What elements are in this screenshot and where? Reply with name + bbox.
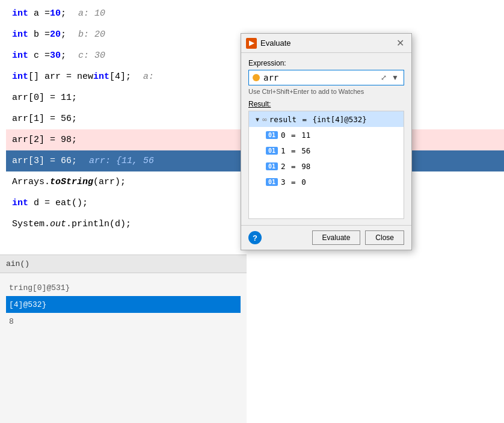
keyword-int-4: int bbox=[12, 66, 28, 87]
dialog-title-text: Evaluate bbox=[260, 39, 291, 48]
child-name-2: 2 bbox=[281, 162, 286, 171]
code-arr-decl: [] arr = new bbox=[28, 66, 93, 87]
child-eq-1: = bbox=[287, 146, 301, 155]
evaluate-button[interactable]: Evaluate bbox=[312, 230, 361, 245]
num-20: 20 bbox=[50, 24, 61, 45]
child-name-0: 0 bbox=[281, 131, 286, 140]
keyword-int-3: int bbox=[12, 45, 28, 66]
result-root-name: result bbox=[269, 115, 297, 124]
code-9-post: (arr); bbox=[93, 171, 126, 193]
child-name-1: 1 bbox=[281, 146, 286, 155]
hint-text: Use Ctrl+Shift+Enter to add to Watches bbox=[248, 88, 404, 95]
dialog-footer: ? Evaluate Close bbox=[241, 225, 411, 250]
keyword-int-10: int bbox=[12, 193, 28, 214]
lower-item-2: [4]@532} bbox=[6, 296, 241, 313]
comment-1: a: 10 bbox=[78, 3, 105, 24]
code-5: arr[0] = 11; bbox=[12, 87, 77, 108]
comment-3: c: 30 bbox=[78, 45, 105, 66]
code-arr-size: [4]; bbox=[109, 66, 131, 87]
lower-panel-content: tring[0]@531} [4]@532} 8 bbox=[0, 273, 247, 336]
code-6: arr[1] = 56; bbox=[12, 108, 77, 129]
keyword-int-4b: int bbox=[93, 66, 109, 87]
child-eq-3: = bbox=[287, 178, 301, 187]
item-badge-0: 01 bbox=[266, 131, 278, 139]
orange-dot-indicator bbox=[253, 74, 260, 81]
lower-item-3: 8 bbox=[6, 313, 241, 330]
bottom-bar: ain() bbox=[0, 255, 247, 273]
tree-child-row-2[interactable]: 01 2 = 98 bbox=[249, 158, 404, 174]
code-rest-2: b = bbox=[28, 24, 50, 45]
child-val-2: 98 bbox=[301, 162, 310, 171]
expression-input-row: ⤢ ▼ bbox=[248, 70, 404, 85]
dropdown-icon-btn[interactable]: ▼ bbox=[390, 72, 400, 83]
dialog-title-left: ▶ Evaluate bbox=[246, 38, 291, 49]
help-button[interactable]: ? bbox=[248, 231, 262, 244]
child-val-0: 11 bbox=[301, 131, 310, 140]
expr-icons: ⤢ ▼ bbox=[380, 72, 404, 83]
code-8: arr[3] = 66; bbox=[12, 150, 77, 171]
comment-2: b: 20 bbox=[78, 24, 105, 45]
code-7: arr[2] = 98; bbox=[12, 129, 77, 150]
result-tree: ▼ ∞ result = {int[4]@532} 01 0 = 11 01 1… bbox=[248, 111, 404, 219]
result-root-eq: = bbox=[298, 115, 312, 124]
dialog-body: Expression: ⤢ ▼ Use Ctrl+Shift+Enter to … bbox=[241, 53, 411, 225]
dialog-titlebar: ▶ Evaluate ✕ bbox=[241, 34, 411, 53]
comment-8: arr: {11, 56 bbox=[89, 150, 154, 171]
expression-label: Expression: bbox=[248, 59, 404, 67]
infinity-icon: ∞ bbox=[262, 115, 267, 124]
keyword-int-1: int bbox=[12, 3, 28, 24]
expression-input[interactable] bbox=[260, 70, 380, 85]
code-rest-1: a = bbox=[28, 3, 50, 24]
result-root-val: {int[4]@532} bbox=[313, 115, 367, 124]
child-eq-2: = bbox=[287, 162, 301, 171]
bottom-bar-text: ain() bbox=[6, 253, 29, 274]
num-10: 10 bbox=[50, 3, 61, 24]
lower-panel: tring[0]@531} [4]@532} 8 bbox=[0, 273, 247, 423]
code-9-pre: Arrays. bbox=[12, 171, 50, 193]
item-badge-3: 01 bbox=[266, 178, 278, 186]
tree-child-row-3[interactable]: 01 3 = 0 bbox=[249, 174, 404, 190]
child-eq-0: = bbox=[287, 131, 301, 140]
semi-3: ; bbox=[61, 45, 66, 66]
child-val-1: 56 bbox=[301, 146, 310, 155]
code-11-pre: System. bbox=[12, 214, 50, 235]
lower-item-3-text: 8 bbox=[9, 311, 14, 332]
item-badge-1: 01 bbox=[266, 147, 278, 155]
semi-1: ; bbox=[61, 3, 66, 24]
num-30: 30 bbox=[50, 45, 61, 66]
tree-child-row-1[interactable]: 01 1 = 56 bbox=[249, 143, 404, 158]
code-11-italic: out bbox=[50, 214, 66, 235]
code-9-italic: toString bbox=[50, 171, 93, 193]
child-name-3: 3 bbox=[281, 178, 286, 187]
dialog-close-button[interactable]: ✕ bbox=[394, 39, 407, 48]
keyword-int-2: int bbox=[12, 24, 28, 45]
result-label: Result: bbox=[248, 100, 404, 108]
expand-icon-btn[interactable]: ⤢ bbox=[380, 72, 388, 83]
child-val-3: 0 bbox=[301, 178, 306, 187]
evaluate-dialog: ▶ Evaluate ✕ Expression: ⤢ ▼ Use Ctrl+Sh… bbox=[241, 33, 412, 250]
close-button[interactable]: Close bbox=[365, 230, 404, 245]
code-10: d = eat(); bbox=[28, 193, 88, 214]
item-badge-2: 01 bbox=[266, 162, 278, 170]
tree-child-row-0[interactable]: 01 0 = 11 bbox=[249, 127, 404, 143]
tree-root-row[interactable]: ▼ ∞ result = {int[4]@532} bbox=[249, 111, 404, 127]
semi-2: ; bbox=[61, 24, 66, 45]
dialog-icon-symbol: ▶ bbox=[249, 39, 254, 47]
comment-4: a: bbox=[143, 66, 154, 87]
tree-expand-icon[interactable]: ▼ bbox=[253, 114, 262, 124]
footer-buttons: Evaluate Close bbox=[312, 230, 404, 245]
dialog-icon: ▶ bbox=[246, 38, 257, 49]
lower-item-2-text: [4]@532} bbox=[9, 294, 46, 315]
code-rest-3: c = bbox=[28, 45, 50, 66]
code-line-1: int a = 10 ; a: 10 bbox=[6, 3, 504, 24]
code-11-post: .println(d); bbox=[66, 214, 131, 235]
